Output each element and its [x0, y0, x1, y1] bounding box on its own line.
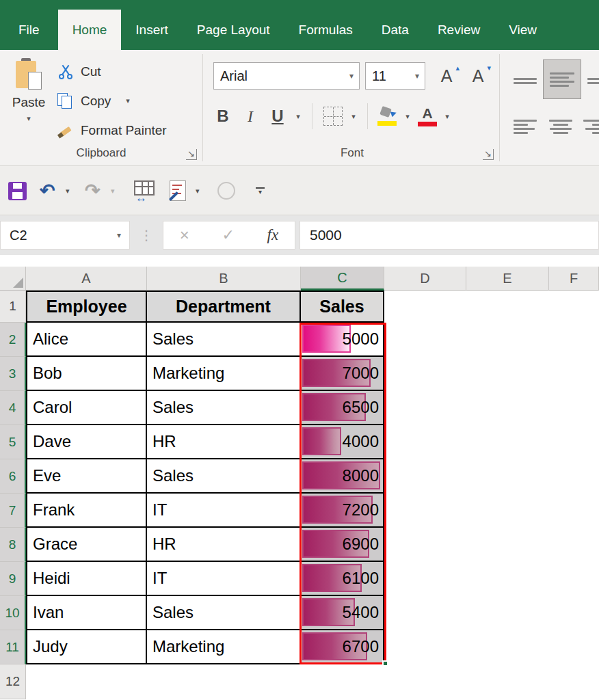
cell-sales-C6[interactable]: 8000 — [301, 459, 384, 494]
grow-font-button[interactable]: A ▴ — [432, 62, 461, 90]
autofit-column-width-button[interactable]: ↔ — [134, 166, 155, 215]
underline-dropdown-caret[interactable]: ▾ — [291, 112, 305, 121]
row-header-5[interactable]: 5 — [0, 425, 26, 459]
row-header-9[interactable]: 9 — [0, 562, 26, 596]
tab-data[interactable]: Data — [367, 10, 423, 50]
borders-dropdown-caret[interactable]: ▾ — [347, 112, 360, 121]
align-left-button[interactable] — [511, 116, 539, 137]
shrink-font-button[interactable]: A ▾ — [464, 62, 492, 90]
tab-file[interactable]: File — [0, 10, 58, 50]
undo-dropdown[interactable]: ▾ — [66, 166, 70, 215]
tab-insert[interactable]: Insert — [121, 10, 183, 50]
cell-sales-C4[interactable]: 6500 — [301, 391, 384, 425]
bold-button[interactable]: B — [209, 107, 237, 126]
borders-icon[interactable] — [323, 107, 343, 126]
column-header-C[interactable]: C — [301, 267, 384, 291]
copy-button[interactable]: Copy ▾ — [57, 86, 201, 116]
column-header-B[interactable]: B — [147, 267, 301, 291]
cancel-icon[interactable]: × — [180, 226, 189, 245]
row-header-3[interactable]: 3 — [0, 357, 26, 391]
header-cell-employee[interactable]: Employee — [26, 291, 147, 323]
paste-button[interactable]: Paste ▾ — [5, 55, 52, 143]
underline-button[interactable]: U — [264, 107, 291, 126]
row-header-8[interactable]: 8 — [0, 528, 26, 562]
enter-icon[interactable]: ✓ — [222, 226, 234, 244]
cell-department-B6[interactable]: Sales — [147, 459, 301, 494]
insert-function-icon[interactable]: fx — [267, 226, 279, 244]
cell-employee-A11[interactable]: Judy — [26, 630, 147, 664]
redo-button[interactable]: ↷ — [85, 166, 101, 215]
font-size-combo-arrow[interactable]: ▾ — [415, 71, 425, 81]
italic-button[interactable]: I — [237, 107, 264, 126]
cell-employee-A4[interactable]: Carol — [26, 391, 147, 425]
cut-button[interactable]: Cut — [57, 57, 201, 86]
font-size-combo[interactable]: 11 ▾ — [365, 62, 425, 90]
form-edit-button[interactable] — [170, 166, 186, 215]
cell-sales-C3[interactable]: 7000 — [301, 357, 384, 391]
cell-employee-A8[interactable]: Grace — [26, 528, 147, 562]
format-painter-button[interactable]: Format Painter — [57, 116, 201, 145]
name-box-dropdown-icon[interactable]: ▾ — [117, 230, 129, 240]
form-edit-dropdown[interactable]: ▾ — [196, 166, 200, 215]
cell-department-B4[interactable]: Sales — [147, 391, 301, 425]
redo-dropdown[interactable]: ▾ — [111, 166, 115, 215]
tab-formulas[interactable]: Formulas — [284, 10, 367, 50]
cell-sales-C7[interactable]: 7200 — [301, 494, 384, 528]
tab-page-layout[interactable]: Page Layout — [183, 10, 284, 50]
clipboard-dialog-launcher-icon[interactable]: ↘ — [186, 149, 197, 160]
formula-input[interactable]: 5000 — [300, 221, 599, 250]
cell-employee-A3[interactable]: Bob — [26, 357, 147, 391]
formula-bar-resizer[interactable]: ⋮ — [139, 221, 153, 250]
select-all-button[interactable] — [0, 267, 26, 291]
cell-department-B3[interactable]: Marketing — [147, 357, 301, 391]
cell-sales-C10[interactable]: 5400 — [301, 596, 384, 630]
header-cell-department[interactable]: Department — [147, 291, 301, 323]
cell-department-B10[interactable]: Sales — [147, 596, 301, 630]
cell-department-B9[interactable]: IT — [147, 562, 301, 596]
cell-department-B2[interactable]: Sales — [147, 323, 301, 357]
tab-home[interactable]: Home — [58, 10, 122, 50]
row-header-10[interactable]: 10 — [0, 596, 26, 630]
row-header-6[interactable]: 6 — [0, 459, 26, 494]
cell-department-B5[interactable]: HR — [147, 425, 301, 459]
cell-sales-C5[interactable]: 4000 — [301, 425, 384, 459]
cell-department-B11[interactable]: Marketing — [147, 630, 301, 664]
cell-employee-A6[interactable]: Eve — [26, 459, 147, 494]
circle-button[interactable] — [217, 166, 235, 215]
font-color-dropdown-caret[interactable]: ▾ — [440, 112, 454, 121]
align-right-button[interactable] — [581, 116, 599, 137]
row-header-4[interactable]: 4 — [0, 391, 26, 425]
font-color-icon[interactable]: A — [417, 106, 438, 126]
row-header-7[interactable]: 7 — [0, 494, 26, 528]
font-name-combo[interactable]: Arial ▾ — [213, 62, 360, 90]
row-header-12[interactable]: 12 — [0, 664, 26, 699]
cell-employee-A10[interactable]: Ivan — [26, 596, 147, 630]
cell-sales-C9[interactable]: 6100 — [301, 562, 384, 596]
fill-color-icon[interactable] — [377, 107, 398, 126]
fill-color-dropdown-caret[interactable]: ▾ — [401, 112, 414, 121]
save-button[interactable] — [8, 166, 27, 215]
top-align-button[interactable] — [511, 70, 539, 91]
row-header-2[interactable]: 2 — [0, 323, 26, 357]
name-box[interactable]: C2 ▾ — [0, 221, 130, 250]
customize-qat-button[interactable]: ▾ — [256, 166, 265, 215]
cell-employee-A5[interactable]: Dave — [26, 425, 147, 459]
cell-employee-A2[interactable]: Alice — [26, 323, 147, 357]
cell-employee-A7[interactable]: Frank — [26, 494, 147, 528]
tab-review[interactable]: Review — [423, 10, 494, 50]
column-header-A[interactable]: A — [26, 267, 147, 291]
tab-view[interactable]: View — [494, 10, 551, 50]
font-dialog-launcher-icon[interactable]: ↘ — [483, 149, 494, 160]
cell-department-B7[interactable]: IT — [147, 494, 301, 528]
row-header-1[interactable]: 1 — [0, 291, 26, 323]
cell-sales-C2[interactable]: 5000 — [301, 323, 384, 357]
header-cell-sales[interactable]: Sales — [301, 291, 384, 323]
copy-dropdown-caret[interactable]: ▾ — [126, 96, 130, 105]
cell-sales-C8[interactable]: 6900 — [301, 528, 384, 562]
middle-align-button[interactable] — [543, 59, 581, 99]
paste-dropdown-caret[interactable]: ▾ — [27, 114, 31, 123]
bottom-align-button[interactable] — [585, 70, 599, 91]
undo-button[interactable]: ↶ — [40, 166, 55, 215]
align-center-button[interactable] — [547, 116, 574, 137]
row-header-11[interactable]: 11 — [0, 630, 26, 664]
